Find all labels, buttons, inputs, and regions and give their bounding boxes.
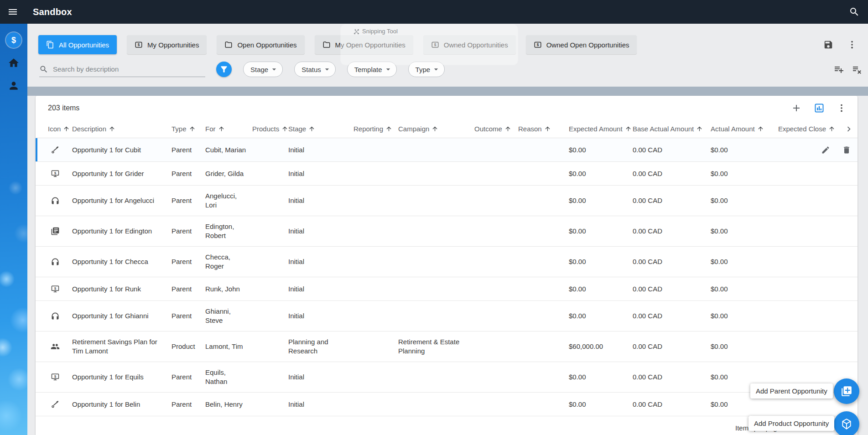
view-button-owned-open-opportunities[interactable]: $ Owned Open Opportunities xyxy=(526,35,637,54)
sidebar-item-home[interactable] xyxy=(5,54,23,72)
cell-actual-amount: $0.00 xyxy=(711,163,778,184)
snipping-tool-label: Snipping Tool xyxy=(353,28,518,35)
cell-reason xyxy=(518,256,569,268)
cell-for: Lamont, Tim xyxy=(205,336,252,357)
sidebar-item-account[interactable] xyxy=(5,77,23,95)
cell-campaign xyxy=(398,283,474,295)
view-button-all-opportunities[interactable]: All Opportunities xyxy=(38,35,117,54)
sort-ascending-icon[interactable] xyxy=(757,125,764,132)
column-header-base-actual-amount[interactable]: Base Actual Amount xyxy=(633,125,711,133)
chevron-down-icon xyxy=(431,65,441,74)
sort-ascending-icon[interactable] xyxy=(109,125,115,132)
menu-icon[interactable] xyxy=(7,6,18,17)
view-button-open-opportunities[interactable]: Open Opportunities xyxy=(217,35,304,54)
table-row[interactable]: Opportunity 1 for Angelucci Parent Angel… xyxy=(36,186,858,216)
playlist-remove-icon[interactable] xyxy=(852,64,863,75)
tooltip-add-parent-opportunity: Add Parent Opportunity xyxy=(750,383,833,399)
save-icon[interactable] xyxy=(823,40,833,50)
sort-ascending-icon[interactable] xyxy=(504,125,511,132)
cell-base-actual-amount: 0.00 CAD xyxy=(633,394,711,415)
sort-ascending-icon[interactable] xyxy=(218,125,225,132)
add-product-opportunity-fab[interactable] xyxy=(834,411,859,435)
filter-icon[interactable] xyxy=(216,62,232,77)
column-header-expected-close[interactable]: Expected Close xyxy=(778,125,847,133)
sidebar-item-opportunities[interactable]: $ xyxy=(5,31,23,49)
sort-ascending-icon[interactable] xyxy=(625,125,632,132)
view-buttons: All Opportunities $ My Opportunities Ope… xyxy=(38,35,637,54)
cell-description: Opportunity 1 for Ghianni xyxy=(72,306,172,326)
sort-ascending-icon[interactable] xyxy=(63,125,70,132)
sort-ascending-icon[interactable] xyxy=(696,125,703,132)
cell-reason xyxy=(518,168,569,180)
kebab-menu-icon[interactable] xyxy=(837,103,847,113)
sort-ascending-icon[interactable] xyxy=(385,125,392,132)
sort-ascending-icon[interactable] xyxy=(431,125,438,132)
cell-outcome xyxy=(474,168,518,180)
cell-expected-amount: $0.00 xyxy=(569,251,633,272)
cell-stage: Planning and Research xyxy=(288,331,353,362)
add-parent-opportunity-fab[interactable] xyxy=(834,378,859,404)
column-header-reason[interactable]: Reason xyxy=(518,125,569,133)
column-header-reporting[interactable]: Reporting xyxy=(353,125,398,133)
table-row[interactable]: Opportunity 1 for Belin Parent Belin, He… xyxy=(36,393,858,416)
search-input[interactable] xyxy=(53,65,205,73)
column-header-campaign[interactable]: Campaign xyxy=(398,125,474,133)
table-row[interactable]: $ Opportunity 1 for Grider Parent Grider… xyxy=(36,162,858,186)
table-row[interactable]: Opportunity 1 for Edington Parent Edingt… xyxy=(36,216,858,247)
cell-reason xyxy=(518,195,569,207)
table-row[interactable]: Opportunity 1 for Ghianni Parent Ghianni… xyxy=(36,301,858,331)
column-header-icon[interactable]: Icon xyxy=(48,125,72,133)
table-row[interactable]: Retirement Savings Plan for Tim Lamont P… xyxy=(36,331,858,362)
cell-reporting xyxy=(353,225,398,237)
cell-stage: Initial xyxy=(288,394,353,415)
table-row[interactable]: $ Opportunity 1 for Runk Parent Runk, Jo… xyxy=(36,277,858,301)
table-row[interactable]: Opportunity 1 for Cubit Parent Cubit, Ma… xyxy=(36,138,858,162)
column-header-for[interactable]: For xyxy=(205,125,252,133)
column-header-expected-amount[interactable]: Expected Amount xyxy=(569,125,633,133)
column-header-products[interactable]: Products xyxy=(252,125,288,133)
dropdown-stage[interactable]: Stage xyxy=(243,62,283,77)
chart-icon[interactable] xyxy=(814,103,825,114)
cell-campaign xyxy=(398,310,474,322)
search-icon[interactable] xyxy=(849,6,860,17)
sort-ascending-icon[interactable] xyxy=(544,125,551,132)
cell-type: Parent xyxy=(172,190,205,211)
table-row[interactable]: $ Opportunity 1 for Equils Parent Equils… xyxy=(36,362,858,393)
column-header-stage[interactable]: Stage xyxy=(288,125,353,133)
chevron-right-icon[interactable] xyxy=(844,124,854,134)
cell-outcome xyxy=(474,310,518,322)
cell-for: Angelucci, Lori xyxy=(205,186,252,216)
sort-ascending-icon[interactable] xyxy=(189,125,196,132)
kebab-menu-icon[interactable] xyxy=(847,40,857,50)
column-header-type[interactable]: Type xyxy=(172,125,205,133)
cell-products xyxy=(252,168,288,180)
scroll-band[interactable] xyxy=(27,87,868,96)
column-header-outcome[interactable]: Outcome xyxy=(474,125,518,133)
cell-expected-close xyxy=(778,256,847,268)
table-row[interactable]: Opportunity 1 for Checca Parent Checca, … xyxy=(36,247,858,277)
playlist-add-icon[interactable] xyxy=(833,64,844,75)
cell-expected-amount: $0.00 xyxy=(569,221,633,242)
cell-base-actual-amount: 0.00 CAD xyxy=(633,336,711,357)
cell-campaign xyxy=(398,256,474,268)
edit-icon[interactable] xyxy=(821,145,830,155)
delete-icon[interactable] xyxy=(842,145,851,155)
sort-ascending-icon[interactable] xyxy=(828,125,835,132)
column-header-actual-amount[interactable]: Actual Amount xyxy=(711,125,778,133)
cell-stage: Initial xyxy=(288,251,353,272)
add-icon[interactable] xyxy=(791,103,802,114)
sort-ascending-icon[interactable] xyxy=(308,125,315,132)
headset-icon xyxy=(51,311,60,321)
sort-ascending-icon[interactable] xyxy=(281,125,288,132)
cell-description: Opportunity 1 for Cubit xyxy=(72,140,172,161)
view-button-label: Owned Open Opportunities xyxy=(546,41,629,49)
dropdown-status[interactable]: Status xyxy=(294,62,336,77)
cell-actual-amount: $0.00 xyxy=(711,251,778,272)
column-header-description[interactable]: Description xyxy=(72,125,172,133)
views-actions xyxy=(823,40,857,50)
view-button-my-opportunities[interactable]: $ My Opportunities xyxy=(127,35,207,54)
main-content: All Opportunities $ My Opportunities Ope… xyxy=(27,24,868,435)
cell-reason xyxy=(518,225,569,237)
cell-for: Equils, Nathan xyxy=(205,362,252,392)
cell-type: Parent xyxy=(172,251,205,272)
